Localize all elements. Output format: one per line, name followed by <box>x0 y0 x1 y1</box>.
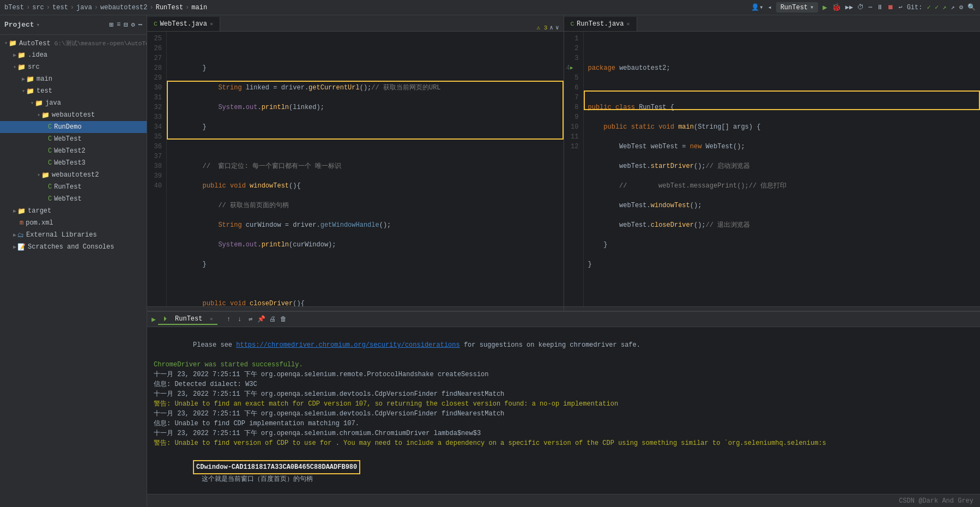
webtest-2-label: WebTest <box>54 195 81 203</box>
console-line-8: 十一月 23, 2022 7:25:11 下午 org.openqa.selen… <box>154 428 973 438</box>
tree-runtest[interactable]: C RunTest <box>0 181 147 193</box>
search-icon[interactable]: 🔍 <box>967 3 976 11</box>
profile-run-icon[interactable]: ⏱ <box>857 3 864 11</box>
tree-src[interactable]: ▾ 📁 src <box>0 61 147 73</box>
webtest-icon: C <box>48 135 52 143</box>
tree-target[interactable]: ▶ 📁 target <box>0 205 147 217</box>
target-arrow: ▶ <box>13 208 16 214</box>
tree-webautotest2[interactable]: ▾ 📁 webautotest2 <box>0 169 147 181</box>
run-tab[interactable]: ⏵ RunTest ✕ <box>158 313 217 325</box>
project-label: Project <box>4 21 34 29</box>
left-editor-content: 25 26 27 28 29 30 31 32 33 34 35 36 37 3… <box>147 32 564 306</box>
webautotest-folder-icon: 📁 <box>41 111 50 119</box>
console-line-9: 警告: Unable to find version of CDP to use… <box>154 438 973 448</box>
scroll-down-btn[interactable]: ↓ <box>235 315 245 324</box>
undo-icon[interactable]: ↩ <box>898 3 902 11</box>
console-line-0: Please see https://chromedriver.chromium… <box>154 330 973 360</box>
tree-webtest[interactable]: C WebTest <box>0 133 147 145</box>
git-status: ✓ ✓ ↗ <box>927 3 946 11</box>
top-bar: bTest › src › test › java › webautotest2… <box>0 0 980 15</box>
tree-ext[interactable]: ▶ 🗂 External Libraries <box>0 229 147 241</box>
left-line-numbers: 25 26 27 28 29 30 31 32 33 34 35 36 37 3… <box>147 32 167 306</box>
run-tab-label: RunTest <box>175 315 202 323</box>
console-text-link: Please see <box>193 341 236 349</box>
warning-badge: ⚠ 3 <box>536 24 547 31</box>
collapse-icon[interactable]: ∨ <box>555 24 559 31</box>
runtest-icon: C <box>48 183 52 191</box>
stop-icon[interactable]: ⏹ <box>887 3 894 11</box>
root-arrow: ▾ <box>4 40 8 46</box>
tree-java[interactable]: ▾ 📁 java <box>0 97 147 109</box>
right-tab-runtest[interactable]: C RunTest.java ✕ <box>564 17 637 31</box>
sidebar-header: Project ▾ ⊞ ≡ ⊟ ⚙ ⋯ <box>0 15 147 35</box>
run-config-label[interactable]: RunTest <box>781 4 808 11</box>
breadcrumb-btest[interactable]: bTest <box>4 4 24 11</box>
debug-icon[interactable]: 🐞 <box>832 3 841 12</box>
git-more-icon[interactable]: ↗ <box>951 3 955 11</box>
scroll-up-btn[interactable]: ↑ <box>224 315 234 324</box>
right-tab-icon: C <box>571 21 574 27</box>
tree-webtest-2[interactable]: C WebTest <box>0 193 147 205</box>
console-line-7: 信息: Unable to find CDP implementation ma… <box>154 419 973 428</box>
right-scrollbar[interactable] <box>564 306 981 311</box>
profile-icon[interactable]: 👤▾ <box>751 3 763 11</box>
tree-webtest2[interactable]: C WebTest2 <box>0 145 147 157</box>
run-button[interactable]: ▶ <box>822 3 827 12</box>
tree-scratch[interactable]: ▶ 📝 Scratches and Consoles <box>0 241 147 253</box>
runtest-label: RunTest <box>54 183 81 191</box>
tree-main[interactable]: ▶ 📁 main <box>0 73 147 85</box>
tree-webautotest[interactable]: ▾ 📁 webautotest <box>0 109 147 121</box>
breadcrumb-src[interactable]: src <box>32 4 44 11</box>
java-folder-icon: 📁 <box>35 99 43 107</box>
print-btn[interactable]: 🖨 <box>268 315 277 324</box>
pin-btn[interactable]: 📌 <box>257 315 267 324</box>
webautotest-arrow: ▾ <box>37 112 40 118</box>
right-tab-close[interactable]: ✕ <box>627 21 630 27</box>
tree-webtest3[interactable]: C WebTest3 <box>0 157 147 169</box>
sidebar-split-icon[interactable]: ⊟ <box>124 21 128 29</box>
java-label: java <box>45 99 61 107</box>
root-folder-icon: 📁 <box>9 39 17 47</box>
tree-pom[interactable]: m pom.xml <box>0 217 147 229</box>
tree-root[interactable]: ▾ 📁 AutoTest G:\测试\measure-open\AutoTest <box>0 37 147 49</box>
webtest3-label: WebTest3 <box>54 159 86 167</box>
expand-icon[interactable]: ∧ <box>549 24 553 31</box>
breadcrumb-runtest[interactable]: RunTest <box>156 4 183 11</box>
console-line-5: 警告: Unable to find an exact match for CD… <box>154 399 973 409</box>
project-dropdown[interactable]: ▾ <box>37 21 40 28</box>
wrap-btn[interactable]: ⇌ <box>246 315 256 324</box>
sidebar-layout-icon[interactable]: ⊞ <box>110 21 113 29</box>
console-link[interactable]: https://chromedriver.chromium.org/securi… <box>236 341 459 349</box>
left-tab-bar: C WebTest.java ✕ ⚠ 3 ∧ ∨ <box>147 15 564 32</box>
left-scrollbar[interactable] <box>147 306 564 311</box>
tree-idea[interactable]: ▶ 📁 .idea <box>0 49 147 61</box>
clear-btn[interactable]: 🗑 <box>279 315 288 324</box>
pom-label: pom.xml <box>26 219 53 227</box>
run-dropdown-icon[interactable]: ▾ <box>810 3 814 11</box>
editor-toolbar: ⚠ 3 ∧ ∨ <box>532 24 563 31</box>
coverage-icon[interactable]: ▶▶ <box>845 3 853 11</box>
main-folder-icon: 📁 <box>26 75 34 83</box>
webtest-label: WebTest <box>54 135 81 143</box>
breadcrumb-webautotest2[interactable]: webautotest2 <box>100 4 147 11</box>
tree-test[interactable]: ▾ 📁 test <box>0 85 147 97</box>
src-folder-icon: 📁 <box>17 63 26 71</box>
run-tab-close[interactable]: ✕ <box>210 316 213 322</box>
breadcrumb-main[interactable]: main <box>191 4 207 11</box>
sidebar-settings-icon[interactable]: ⚙ <box>131 21 135 29</box>
right-code-lines[interactable]: package webautotest2; public class RunTe… <box>584 32 981 306</box>
pause-icon[interactable]: ⏸ <box>876 3 883 11</box>
breadcrumb-java[interactable]: java <box>76 4 92 11</box>
more-run-icon[interactable]: ⋯ <box>868 3 872 11</box>
left-tab-webtest[interactable]: C WebTest.java ✕ <box>147 17 220 31</box>
settings-icon[interactable]: ⚙ <box>959 3 963 11</box>
left-tab-close[interactable]: ✕ <box>210 21 213 27</box>
left-code-lines[interactable]: } String linked = driver.getCurrentUrl()… <box>167 32 564 306</box>
back-icon[interactable]: ◂ <box>767 3 771 11</box>
sidebar-collapse-icon[interactable]: ≡ <box>117 21 120 29</box>
tree-rundemo[interactable]: C RunDemo <box>0 121 147 133</box>
sidebar-more-icon[interactable]: ⋯ <box>138 21 142 29</box>
breadcrumb-test[interactable]: test <box>52 4 68 11</box>
right-tab-label: RunTest.java <box>577 20 624 28</box>
run-tab-icon: ▶ <box>152 315 156 324</box>
